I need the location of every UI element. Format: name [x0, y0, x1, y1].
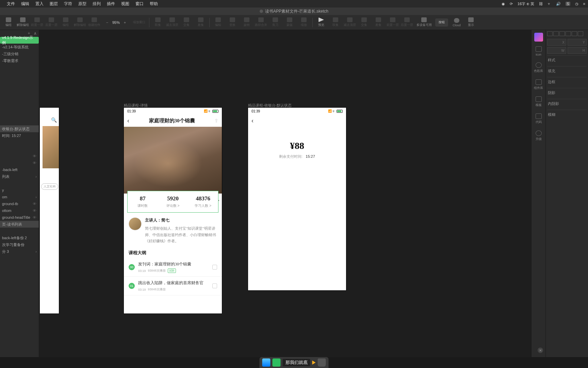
align-middle-btn[interactable]	[572, 31, 577, 36]
visibility-icon[interactable]: 👁	[33, 215, 37, 219]
tab-code[interactable]: 代码	[536, 113, 542, 124]
layer-item[interactable]: 👁	[0, 153, 39, 159]
menu-plugins[interactable]: 插件	[107, 1, 115, 7]
tool-backward-btn[interactable]: 后置一层	[44, 15, 59, 30]
menu-prototype[interactable]: 原型	[78, 1, 86, 7]
tool-scissors-btn[interactable]: 剪刀	[268, 15, 282, 30]
coord-x[interactable]: X	[547, 39, 566, 46]
page-item[interactable]: -三级分销	[0, 50, 39, 57]
menu-window[interactable]: 窗口	[135, 1, 144, 7]
artboard-checkout[interactable]: 01:39 📶ᯤ ‹ ¥88 剩余支付时间: 15:27	[248, 108, 346, 290]
layer-item[interactable]: om›	[0, 194, 39, 200]
tool-subtract-btn[interactable]: 减去顶层	[165, 15, 179, 30]
tool-preview-btn[interactable]: 预览	[314, 15, 328, 30]
status-input[interactable]: 16字 ⊕ 英	[518, 1, 534, 6]
menu-insert[interactable]: 置入	[35, 1, 44, 7]
section-blur[interactable]: 模糊	[547, 110, 587, 119]
layer-item[interactable]: 收银台-默认状态	[0, 125, 39, 132]
play-icon[interactable]	[312, 361, 316, 365]
layer-item[interactable]: ground-tb👁	[0, 200, 39, 207]
align-right-btn[interactable]	[559, 31, 565, 36]
menu-text[interactable]: 字符	[64, 1, 72, 7]
visibility-icon[interactable]: 👁	[33, 161, 37, 165]
align-top-btn[interactable]	[566, 31, 571, 36]
layer-item[interactable]: 页-读书列表	[0, 221, 39, 228]
align-center-btn[interactable]	[553, 31, 559, 36]
zoom-value[interactable]: 95%	[112, 20, 120, 25]
tool-union2-btn[interactable]: 联集	[328, 15, 343, 30]
layer-item[interactable]: back-left备份 2	[0, 234, 39, 241]
menu-view[interactable]: 视图	[121, 1, 129, 7]
tab-templates[interactable]: 模板	[536, 96, 542, 107]
layer-item[interactable]: 时间: 15:27	[0, 132, 39, 139]
layer-item[interactable]: -back-left	[0, 166, 39, 173]
tool-intersect-btn[interactable]: 交集	[179, 15, 194, 30]
status-s-icon[interactable]: S	[566, 2, 570, 6]
coord-w[interactable]: W	[547, 47, 566, 54]
tool-union-btn[interactable]: 联集	[151, 15, 165, 30]
tool-diff2-btn[interactable]: 差集	[371, 15, 386, 30]
status-record-icon[interactable]: ◉	[502, 2, 505, 6]
artboard-label[interactable]: 精品课程-详情	[124, 103, 148, 108]
tool-button-btn[interactable]: 按钮	[435, 18, 448, 27]
layer-item[interactable]: 次学习量备份	[0, 241, 39, 248]
visibility-icon[interactable]: 👁	[33, 154, 37, 158]
menu-file[interactable]: 文件	[7, 1, 15, 7]
canvas[interactable]: 🔍 人文社科 精品课程-详情 01:39 📶ᯤ ‹ 家庭理财的30个锦囊 ⇪ 8…	[39, 30, 531, 357]
tool-intersect2-btn[interactable]: 交集	[357, 15, 371, 30]
page-item[interactable]: v4.1.9-Redesign示例	[0, 37, 39, 44]
tool-show-btn[interactable]: 显示	[464, 15, 478, 30]
section-shadow[interactable]: 阴影	[547, 88, 587, 97]
page-item[interactable]: -零散需求	[0, 57, 39, 64]
zoom-out-btn[interactable]: −	[104, 20, 110, 25]
volume-icon[interactable]: 🔊	[556, 2, 561, 6]
chevron-right-icon[interactable]: ›	[35, 174, 37, 179]
tool-transform-btn[interactable]: 变换	[225, 15, 240, 30]
wifi-icon[interactable]: ᯤ	[548, 2, 551, 6]
coord-h[interactable]: H	[568, 47, 587, 54]
trash-icon[interactable]	[318, 358, 326, 367]
menu-icon[interactable]: ≡	[583, 2, 585, 6]
tool-scale-window[interactable]: 缩放窗口	[131, 15, 148, 30]
artboard-list-partial[interactable]: 🔍 人文社科	[40, 108, 59, 313]
visibility-icon[interactable]: 👁	[33, 202, 37, 206]
section-inner-shadow[interactable]: 内阴影	[547, 99, 587, 108]
tool-forward-btn[interactable]: 前置一层	[30, 15, 44, 30]
close-icon[interactable]: ✕	[538, 348, 543, 353]
artboard-label[interactable]: 精品课程-收银台-默认状态	[248, 103, 292, 108]
visibility-icon[interactable]: 👁	[33, 209, 37, 213]
menu-layer[interactable]: 图层	[50, 1, 58, 7]
plugin-logo-icon[interactable]	[534, 33, 543, 42]
layer-item[interactable]: y	[0, 187, 39, 194]
artboard-course-detail[interactable]: 01:39 📶ᯤ ‹ 家庭理财的30个锦囊 ⇪ 87课时数 5920评论数 > …	[124, 108, 222, 313]
tool-group-btn[interactable]: 编组	[1, 15, 16, 30]
finder-icon[interactable]	[262, 358, 271, 367]
tool-subtract2-btn[interactable]: 减去顶层	[343, 15, 357, 30]
align-bottom-btn[interactable]	[578, 31, 583, 36]
layer-item[interactable]: 👁	[0, 159, 39, 166]
tab-colors[interactable]: 色彩库	[534, 62, 543, 73]
chevron-right-icon[interactable]: ›	[35, 249, 37, 254]
tab-icon[interactable]: icon	[536, 46, 542, 56]
align-left-btn[interactable]	[547, 31, 553, 36]
clock-icon[interactable]: ◷	[575, 2, 578, 6]
chevron-right-icon[interactable]: ›	[35, 195, 37, 199]
tool-edit-btn[interactable]: 编辑	[211, 15, 225, 30]
layer-item[interactable]: ground-headTitle👁	[0, 214, 39, 221]
tab-upgrade[interactable]: 升级	[536, 131, 542, 141]
tool-cloud-btn[interactable]: Cloud	[450, 15, 464, 30]
tab-components[interactable]: 组件库	[534, 79, 543, 90]
status-sync-icon[interactable]: ⟳	[510, 2, 513, 6]
menu-help[interactable]: 帮助	[150, 1, 158, 7]
tool-rotate-btn[interactable]: 旋转	[240, 15, 254, 30]
menu-edit[interactable]: 编辑	[21, 1, 29, 7]
tool-create-symbol-btn[interactable]: 创建控件	[87, 15, 101, 30]
tool-group2-btn[interactable]: 编组	[59, 15, 73, 30]
tool-bwd2-btn[interactable]: 后置一层	[400, 15, 414, 30]
status-link-icon[interactable]: ⛓	[539, 2, 543, 6]
tool-fwd2-btn[interactable]: 前置一层	[386, 15, 400, 30]
menu-arrange[interactable]: 排列	[93, 1, 101, 7]
section-style[interactable]: 样式	[547, 55, 587, 65]
coord-y[interactable]: Y	[568, 39, 587, 46]
layer-item[interactable]: ottom👁	[0, 207, 39, 214]
